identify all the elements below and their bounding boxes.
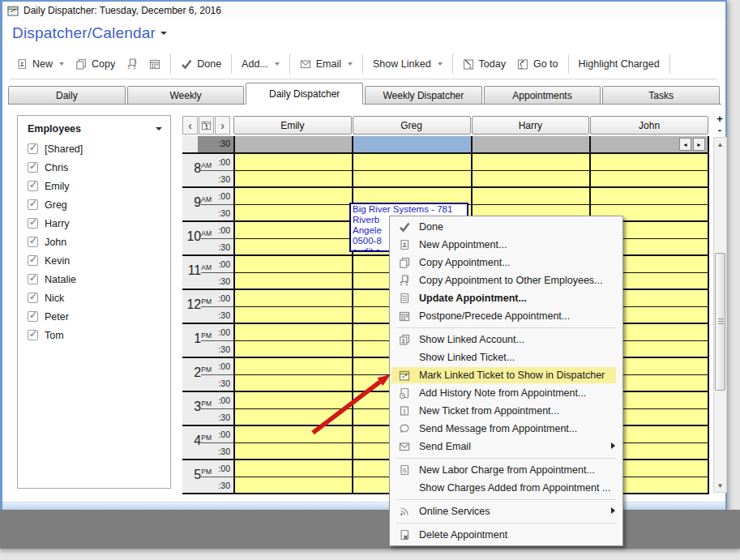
tab-daily-dispatcher[interactable]: Daily Dispatcher	[246, 83, 363, 104]
calendar-cell[interactable]	[235, 205, 352, 221]
calendar-cell[interactable]	[591, 188, 708, 205]
menu-item-add-history-note-from-appointment[interactable]: Add History Note from Appointment...	[390, 384, 622, 402]
show-linked-button[interactable]: Show Linked	[367, 55, 448, 73]
menu-item-postpone-precede-appointment[interactable]: Postpone/Precede Appointment...	[390, 307, 622, 325]
menu-item-mark-linked-ticket-to-show-in-dispatcher[interactable]: Mark Linked Ticket to Show in Dispatcher	[390, 366, 622, 384]
employee-row[interactable]: Nick	[18, 289, 170, 307]
menu-item-copy-appointment-to-other-employees[interactable]: Copy Appointment to Other Employees...	[390, 271, 622, 289]
add-button[interactable]: Add...	[236, 55, 285, 73]
calendar-cell[interactable]	[235, 222, 352, 239]
tab-weekly[interactable]: Weekly	[127, 86, 245, 104]
menu-item-new-labor-charge-from-appointment[interactable]: $New Labor Charge from Appointment...	[390, 461, 622, 479]
calendar-cell[interactable]	[235, 460, 352, 477]
employee-checkbox-checked[interactable]	[28, 274, 38, 284]
tab-appointments[interactable]: Appointments	[484, 86, 601, 104]
calendar-cell-730-emily[interactable]	[233, 136, 352, 152]
today-button[interactable]: 1Today	[457, 55, 511, 73]
employee-checkbox-checked[interactable]	[28, 293, 38, 303]
next-day-button[interactable]: ›	[215, 116, 230, 135]
goto-date-button[interactable]: 1	[199, 116, 214, 135]
menu-item-show-linked-account[interactable]: Show Linked Account...	[390, 331, 622, 348]
employee-checkbox-checked[interactable]	[28, 199, 38, 210]
menu-item-online-services[interactable]: Online Services	[390, 502, 622, 520]
copy-button[interactable]: Copy	[70, 55, 121, 73]
menu-item-show-linked-ticket[interactable]: Show Linked Ticket...	[390, 348, 622, 366]
column-header-john[interactable]: John	[590, 116, 708, 135]
calendar-cell[interactable]	[473, 188, 589, 205]
employee-row[interactable]: Harry	[18, 214, 170, 233]
employee-row[interactable]: Chris	[18, 158, 170, 177]
vertical-scrollbar[interactable]: ▲ ▼	[713, 137, 727, 493]
menu-item-send-email[interactable]: Send Email	[390, 438, 622, 455]
menu-item-show-charges-added-from-appointment[interactable]: Show Charges Added from Appointment ...	[390, 479, 622, 497]
scroll-up-button[interactable]: ▲	[714, 138, 726, 151]
employee-row[interactable]: Tom	[18, 326, 170, 344]
calendar-cell-730-john[interactable]: ◄►	[589, 136, 709, 152]
scroll-down-button[interactable]: ▼	[714, 479, 726, 492]
calendar-cell[interactable]	[591, 171, 708, 187]
zoom-out-button[interactable]: -	[712, 125, 727, 136]
calendar-cell[interactable]	[591, 154, 708, 171]
calendar-cell[interactable]	[235, 290, 352, 307]
calendar-cell-730-greg[interactable]	[352, 136, 470, 152]
scroll-columns-left-button[interactable]: ◄	[679, 138, 691, 151]
tab-daily[interactable]: Daily	[8, 86, 126, 104]
new-button[interactable]: New	[11, 55, 70, 73]
calendar-cell[interactable]	[235, 188, 352, 205]
employee-row[interactable]: [Shared]	[18, 139, 170, 158]
employee-checkbox-checked[interactable]	[28, 330, 38, 340]
zoom-in-button[interactable]: +	[712, 113, 727, 125]
calendar-cell[interactable]	[473, 154, 589, 171]
employees-header[interactable]: Employees	[18, 116, 170, 139]
employee-row[interactable]: Kevin	[18, 251, 170, 270]
employee-checkbox-checked[interactable]	[28, 162, 38, 173]
calendar-cell[interactable]	[235, 273, 352, 289]
calendar-cell[interactable]	[235, 154, 352, 171]
calendar-cell[interactable]	[235, 171, 352, 187]
calendar-cell[interactable]	[235, 307, 352, 323]
scrollbar-thumb[interactable]	[715, 253, 725, 391]
employee-checkbox-checked[interactable]	[28, 311, 38, 322]
employee-row[interactable]: Natalie	[18, 270, 170, 289]
menu-item-new-ticket-from-appointment[interactable]: !New Ticket from Appointment...	[390, 402, 622, 420]
employee-checkbox-checked[interactable]	[28, 143, 38, 154]
employee-checkbox-checked[interactable]	[28, 255, 38, 266]
employee-checkbox-checked[interactable]	[28, 181, 38, 191]
tab-tasks[interactable]: Tasks	[602, 86, 720, 104]
copy-to-employees-button[interactable]	[121, 55, 143, 73]
calendar-cell-730-harry[interactable]	[471, 136, 589, 152]
column-header-greg[interactable]: Greg	[353, 116, 471, 135]
calendar-cell[interactable]	[235, 341, 352, 357]
employee-row[interactable]: John	[18, 233, 170, 251]
calendar-cell[interactable]	[473, 171, 589, 187]
menu-item-send-message-from-appointment[interactable]: Send Message from Appointment...	[390, 420, 622, 438]
highlight-charged-button[interactable]: Highlight Charged	[573, 55, 665, 73]
menu-item-update-appointment[interactable]: Update Appointment...	[390, 289, 622, 307]
email-button[interactable]: Email	[294, 55, 358, 73]
menu-item-done[interactable]: Done	[390, 218, 622, 236]
employee-checkbox-checked[interactable]	[28, 237, 38, 247]
employee-row[interactable]: Peter	[18, 307, 170, 326]
menu-item-delete-appointment[interactable]: Delete Appointment	[390, 526, 622, 544]
calendar-cell[interactable]	[235, 239, 352, 255]
calendar-cell[interactable]	[353, 154, 470, 171]
calendar-cell[interactable]	[235, 443, 352, 460]
calendar-cell[interactable]	[235, 477, 352, 494]
menu-item-new-appointment[interactable]: New Appointment...	[390, 236, 622, 254]
calendar-cell[interactable]	[235, 324, 352, 341]
scroll-columns-right-button[interactable]: ►	[693, 138, 705, 151]
calendar-move-button[interactable]	[143, 55, 166, 73]
employee-row[interactable]: Greg	[18, 195, 170, 214]
menu-item-copy-appointment[interactable]: Copy Appointment...	[390, 254, 622, 271]
column-header-harry[interactable]: Harry	[472, 116, 590, 135]
prev-day-button[interactable]: ‹	[182, 116, 198, 135]
calendar-cell[interactable]	[353, 171, 470, 187]
employee-checkbox-checked[interactable]	[28, 218, 38, 229]
calendar-cell[interactable]	[235, 256, 352, 273]
column-header-emily[interactable]: Emily	[233, 116, 352, 135]
view-selector[interactable]: Dispatcher/Calendar	[12, 24, 167, 42]
done-button[interactable]: Done	[175, 55, 227, 73]
employee-row[interactable]: Emily	[18, 177, 170, 195]
tab-weekly-dispatcher[interactable]: Weekly Dispatcher	[365, 86, 482, 104]
go-to-button[interactable]: 1Go to	[511, 55, 564, 73]
